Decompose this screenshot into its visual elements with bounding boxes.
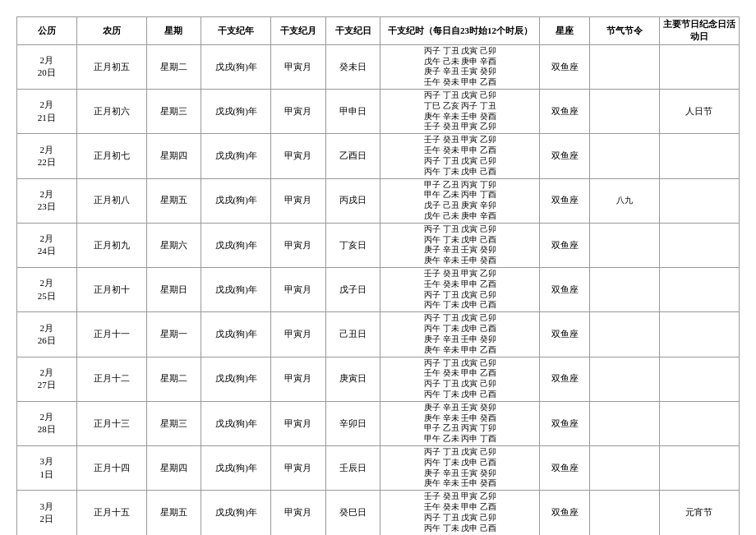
cell-nianzhi: 戊戌(狗)年	[201, 134, 271, 178]
cell-xingzuo: 双鱼座	[540, 178, 590, 223]
table-row: 2月24日正月初九星期六戊戌(狗)年甲寅月丁亥日丙子 丁丑 戊寅 己卯丙午 丁未…	[17, 223, 740, 267]
cell-nianzhi: 戊戌(狗)年	[201, 268, 271, 312]
cell-gongli: 2月24日	[17, 223, 77, 267]
cell-rizhi: 庚寅日	[325, 357, 380, 401]
header-xingzuo: 星座	[540, 17, 590, 45]
cell-jieqi	[590, 44, 660, 89]
cell-jieqi	[590, 312, 660, 357]
cell-yuezhi: 甲寅月	[271, 491, 326, 535]
cell-jieqi: 八九	[590, 178, 660, 223]
cell-shizhi: 丙子 丁丑 戊寅 己卯壬午 癸未 甲申 乙酉丙子 丁丑 戊寅 己卯丙午 丁未 戊…	[380, 357, 540, 401]
header-gongli: 公历	[17, 17, 77, 45]
cell-nongli: 正月初五	[76, 44, 146, 89]
cell-xingzuo: 双鱼座	[540, 401, 590, 445]
cell-xingqi: 星期五	[146, 178, 201, 223]
cell-xingzuo: 双鱼座	[540, 446, 590, 491]
cell-xingzuo: 双鱼座	[540, 357, 590, 401]
cell-yuezhi: 甲寅月	[271, 401, 326, 445]
cell-shizhi: 丙子 丁丑 戊寅 己卯丁巳 乙亥 丙子 丁丑庚午 辛未 壬申 癸酉壬子 癸丑 甲…	[380, 90, 540, 134]
cell-jieqi	[590, 357, 660, 401]
cell-xingzuo: 双鱼座	[540, 312, 590, 357]
header-yuezhi: 干支纪月	[271, 17, 326, 45]
cell-jieri	[659, 134, 739, 178]
table-row: 2月28日正月十三星期三戊戌(狗)年甲寅月辛卯日庚子 辛丑 壬寅 癸卯庚午 辛未…	[17, 401, 740, 445]
cell-yuezhi: 甲寅月	[271, 223, 326, 267]
cell-nongli: 正月十二	[76, 357, 146, 401]
cell-nongli: 正月初十	[76, 268, 146, 312]
cell-yuezhi: 甲寅月	[271, 178, 326, 223]
cell-rizhi: 壬辰日	[325, 446, 380, 491]
cell-nongli: 正月初八	[76, 178, 146, 223]
page-container: 公历 农历 星期 干支纪年 干支纪月 干支纪日 干支纪时（每日自23时始12个时…	[16, 16, 740, 535]
cell-rizhi: 丁亥日	[325, 223, 380, 267]
cell-gongli: 2月28日	[17, 401, 77, 445]
cell-xingqi: 星期四	[146, 134, 201, 178]
header-xingqi: 星期	[146, 17, 201, 45]
cell-nianzhi: 戊戌(狗)年	[201, 491, 271, 535]
cell-jieri	[659, 401, 739, 445]
cell-jieqi	[590, 223, 660, 267]
table-row: 2月21日正月初六星期三戊戌(狗)年甲寅月甲申日丙子 丁丑 戊寅 己卯丁巳 乙亥…	[17, 90, 740, 134]
cell-rizhi: 癸巳日	[325, 491, 380, 535]
cell-jieqi	[590, 90, 660, 134]
table-row: 2月22日正月初七星期四戊戌(狗)年甲寅月乙酉日壬子 癸丑 甲寅 乙卯壬午 癸未…	[17, 134, 740, 178]
cell-xingqi: 星期四	[146, 446, 201, 491]
cell-xingzuo: 双鱼座	[540, 223, 590, 267]
cell-nianzhi: 戊戌(狗)年	[201, 357, 271, 401]
cell-jieqi	[590, 134, 660, 178]
cell-jieri	[659, 357, 739, 401]
cell-gongli: 3月2日	[17, 491, 77, 535]
header-jieri: 主要节日纪念日活动日	[659, 17, 739, 45]
table-row: 2月25日正月初十星期日戊戌(狗)年甲寅月戊子日壬子 癸丑 甲寅 乙卯壬午 癸未…	[17, 268, 740, 312]
cell-xingqi: 星期五	[146, 491, 201, 535]
cell-yuezhi: 甲寅月	[271, 134, 326, 178]
cell-jieri	[659, 44, 739, 89]
cell-yuezhi: 甲寅月	[271, 312, 326, 357]
cell-shizhi: 壬子 癸丑 甲寅 乙卯壬午 癸未 甲申 乙酉丙子 丁丑 戊寅 己卯丙午 丁未 戊…	[380, 268, 540, 312]
header-rizhi: 干支纪日	[325, 17, 380, 45]
cell-rizhi: 辛卯日	[325, 401, 380, 445]
header-nongli: 农历	[76, 17, 146, 45]
cell-nongli: 正月初六	[76, 90, 146, 134]
cell-jieqi	[590, 491, 660, 535]
cell-yuezhi: 甲寅月	[271, 446, 326, 491]
cell-jieri	[659, 446, 739, 491]
cell-nianzhi: 戊戌(狗)年	[201, 446, 271, 491]
cell-shizhi: 丙子 丁丑 戊寅 己卯丙午 丁未 戊申 己酉庚子 辛丑 壬寅 癸卯庚午 辛未 壬…	[380, 223, 540, 267]
cell-xingqi: 星期三	[146, 90, 201, 134]
cell-gongli: 2月22日	[17, 134, 77, 178]
cell-gongli: 2月25日	[17, 268, 77, 312]
cell-nianzhi: 戊戌(狗)年	[201, 90, 271, 134]
cell-nongli: 正月十三	[76, 401, 146, 445]
cell-nongli: 正月初九	[76, 223, 146, 267]
cell-nianzhi: 戊戌(狗)年	[201, 178, 271, 223]
cell-gongli: 2月27日	[17, 357, 77, 401]
cell-xingzuo: 双鱼座	[540, 268, 590, 312]
cell-jieqi	[590, 446, 660, 491]
cell-yuezhi: 甲寅月	[271, 90, 326, 134]
cell-xingzuo: 双鱼座	[540, 491, 590, 535]
cell-jieri	[659, 178, 739, 223]
cell-yuezhi: 甲寅月	[271, 268, 326, 312]
cell-xingqi: 星期三	[146, 401, 201, 445]
header-shizhi: 干支纪时（每日自23时始12个时辰）	[380, 17, 540, 45]
cell-gongli: 2月23日	[17, 178, 77, 223]
cell-xingqi: 星期六	[146, 223, 201, 267]
cell-gongli: 3月1日	[17, 446, 77, 491]
cell-rizhi: 戊子日	[325, 268, 380, 312]
cell-shizhi: 庚子 辛丑 壬寅 癸卯庚午 辛未 壬申 癸酉甲子 乙丑 丙寅 丁卯甲午 乙未 丙…	[380, 401, 540, 445]
cell-jieri	[659, 312, 739, 357]
cell-nongli: 正月初七	[76, 134, 146, 178]
cell-shizhi: 丙子 丁丑 戊寅 己卯丙午 丁未 戊申 己酉庚子 辛丑 壬申 癸卯庚午 辛未 甲…	[380, 312, 540, 357]
cell-nongli: 正月十一	[76, 312, 146, 357]
cell-gongli: 2月26日	[17, 312, 77, 357]
cell-xingzuo: 双鱼座	[540, 134, 590, 178]
cell-xingqi: 星期日	[146, 268, 201, 312]
cell-jieqi	[590, 268, 660, 312]
cell-jieqi	[590, 401, 660, 445]
table-row: 2月23日正月初八星期五戊戌(狗)年甲寅月丙戌日甲子 乙丑 丙寅 丁卯甲午 乙未…	[17, 178, 740, 223]
cell-shizhi: 壬子 癸丑 甲寅 乙卯壬午 癸未 甲申 乙酉丙子 丁丑 戊寅 己卯丙午 丁未 戊…	[380, 491, 540, 535]
cell-xingzuo: 双鱼座	[540, 90, 590, 134]
header-nianzhi: 干支纪年	[201, 17, 271, 45]
cell-gongli: 2月20日	[17, 44, 77, 89]
